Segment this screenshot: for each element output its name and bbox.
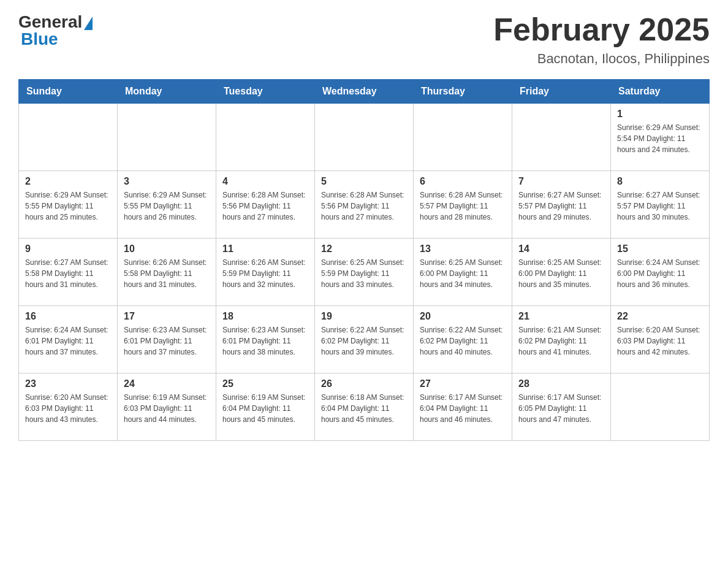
weekday-row: SundayMondayTuesdayWednesdayThursdayFrid… bbox=[19, 80, 710, 104]
calendar-cell: 11Sunrise: 6:26 AM Sunset: 5:59 PM Dayli… bbox=[216, 239, 315, 306]
day-number: 20 bbox=[420, 311, 506, 322]
calendar-cell bbox=[414, 104, 512, 171]
week-row-3: 9Sunrise: 6:27 AM Sunset: 5:58 PM Daylig… bbox=[19, 239, 710, 306]
calendar-cell: 6Sunrise: 6:28 AM Sunset: 5:57 PM Daylig… bbox=[414, 171, 512, 239]
day-info: Sunrise: 6:25 AM Sunset: 6:00 PM Dayligh… bbox=[518, 257, 604, 290]
day-number: 22 bbox=[617, 311, 703, 322]
day-info: Sunrise: 6:27 AM Sunset: 5:57 PM Dayligh… bbox=[617, 190, 703, 223]
day-number: 12 bbox=[321, 243, 407, 255]
calendar-cell: 25Sunrise: 6:19 AM Sunset: 6:04 PM Dayli… bbox=[216, 373, 315, 441]
day-number: 2 bbox=[25, 176, 111, 187]
weekday-header-saturday: Saturday bbox=[611, 80, 710, 104]
weekday-header-monday: Monday bbox=[118, 80, 216, 104]
calendar-cell: 19Sunrise: 6:22 AM Sunset: 6:02 PM Dayli… bbox=[315, 306, 414, 373]
calendar-cell bbox=[611, 373, 710, 441]
calendar-body: 1Sunrise: 6:29 AM Sunset: 5:54 PM Daylig… bbox=[19, 104, 710, 441]
calendar-cell: 12Sunrise: 6:25 AM Sunset: 5:59 PM Dayli… bbox=[315, 239, 414, 306]
calendar-cell bbox=[315, 104, 414, 171]
day-number: 24 bbox=[124, 378, 210, 389]
day-number: 4 bbox=[222, 176, 308, 187]
day-info: Sunrise: 6:17 AM Sunset: 6:05 PM Dayligh… bbox=[518, 392, 604, 425]
weekday-header-thursday: Thursday bbox=[414, 80, 512, 104]
calendar-subtitle: Bacnotan, Ilocos, Philippines bbox=[493, 51, 710, 67]
logo-blue-text: Blue bbox=[18, 29, 58, 49]
day-info: Sunrise: 6:17 AM Sunset: 6:04 PM Dayligh… bbox=[420, 392, 506, 425]
day-info: Sunrise: 6:24 AM Sunset: 6:01 PM Dayligh… bbox=[25, 324, 111, 358]
day-info: Sunrise: 6:20 AM Sunset: 6:03 PM Dayligh… bbox=[25, 392, 111, 425]
day-number: 17 bbox=[124, 311, 210, 322]
day-number: 16 bbox=[25, 311, 111, 322]
header-right: February 2025 Bacnotan, Ilocos, Philippi… bbox=[493, 12, 710, 67]
calendar-cell: 9Sunrise: 6:27 AM Sunset: 5:58 PM Daylig… bbox=[19, 239, 118, 306]
day-info: Sunrise: 6:25 AM Sunset: 5:59 PM Dayligh… bbox=[321, 257, 407, 290]
calendar-cell: 4Sunrise: 6:28 AM Sunset: 5:56 PM Daylig… bbox=[216, 171, 315, 239]
day-info: Sunrise: 6:26 AM Sunset: 5:59 PM Dayligh… bbox=[222, 257, 308, 290]
calendar-cell: 15Sunrise: 6:24 AM Sunset: 6:00 PM Dayli… bbox=[611, 239, 710, 306]
calendar-cell: 5Sunrise: 6:28 AM Sunset: 5:56 PM Daylig… bbox=[315, 171, 414, 239]
calendar-cell bbox=[118, 104, 216, 171]
day-number: 25 bbox=[222, 378, 308, 389]
calendar-cell: 22Sunrise: 6:20 AM Sunset: 6:03 PM Dayli… bbox=[611, 306, 710, 373]
day-number: 15 bbox=[617, 243, 703, 255]
day-number: 11 bbox=[222, 243, 308, 255]
day-number: 1 bbox=[617, 109, 703, 120]
day-number: 10 bbox=[124, 243, 210, 255]
calendar-cell: 28Sunrise: 6:17 AM Sunset: 6:05 PM Dayli… bbox=[512, 373, 611, 441]
day-number: 18 bbox=[222, 311, 308, 322]
calendar-cell: 7Sunrise: 6:27 AM Sunset: 5:57 PM Daylig… bbox=[512, 171, 611, 239]
day-number: 7 bbox=[518, 176, 604, 187]
calendar-cell: 3Sunrise: 6:29 AM Sunset: 5:55 PM Daylig… bbox=[118, 171, 216, 239]
calendar-cell: 16Sunrise: 6:24 AM Sunset: 6:01 PM Dayli… bbox=[19, 306, 118, 373]
calendar-title: February 2025 bbox=[493, 12, 710, 47]
calendar-cell: 10Sunrise: 6:26 AM Sunset: 5:58 PM Dayli… bbox=[118, 239, 216, 306]
weekday-header-tuesday: Tuesday bbox=[216, 80, 315, 104]
calendar-header: SundayMondayTuesdayWednesdayThursdayFrid… bbox=[19, 80, 710, 104]
day-number: 27 bbox=[420, 378, 506, 389]
calendar-cell: 27Sunrise: 6:17 AM Sunset: 6:04 PM Dayli… bbox=[414, 373, 512, 441]
day-info: Sunrise: 6:18 AM Sunset: 6:04 PM Dayligh… bbox=[321, 392, 407, 425]
calendar-cell: 8Sunrise: 6:27 AM Sunset: 5:57 PM Daylig… bbox=[611, 171, 710, 239]
day-info: Sunrise: 6:21 AM Sunset: 6:02 PM Dayligh… bbox=[518, 324, 604, 358]
logo: General Blue bbox=[18, 12, 93, 49]
day-number: 14 bbox=[518, 243, 604, 255]
day-info: Sunrise: 6:19 AM Sunset: 6:04 PM Dayligh… bbox=[222, 392, 308, 425]
day-info: Sunrise: 6:20 AM Sunset: 6:03 PM Dayligh… bbox=[617, 324, 703, 358]
day-info: Sunrise: 6:23 AM Sunset: 6:01 PM Dayligh… bbox=[222, 324, 308, 358]
day-info: Sunrise: 6:29 AM Sunset: 5:55 PM Dayligh… bbox=[124, 190, 210, 223]
day-number: 5 bbox=[321, 176, 407, 187]
calendar-cell: 2Sunrise: 6:29 AM Sunset: 5:55 PM Daylig… bbox=[19, 171, 118, 239]
weekday-header-friday: Friday bbox=[512, 80, 611, 104]
weekday-header-sunday: Sunday bbox=[19, 80, 118, 104]
week-row-2: 2Sunrise: 6:29 AM Sunset: 5:55 PM Daylig… bbox=[19, 171, 710, 239]
calendar-cell: 26Sunrise: 6:18 AM Sunset: 6:04 PM Dayli… bbox=[315, 373, 414, 441]
day-info: Sunrise: 6:24 AM Sunset: 6:00 PM Dayligh… bbox=[617, 257, 703, 290]
day-number: 13 bbox=[420, 243, 506, 255]
day-number: 8 bbox=[617, 176, 703, 187]
week-row-4: 16Sunrise: 6:24 AM Sunset: 6:01 PM Dayli… bbox=[19, 306, 710, 373]
calendar-cell: 21Sunrise: 6:21 AM Sunset: 6:02 PM Dayli… bbox=[512, 306, 611, 373]
week-row-5: 23Sunrise: 6:20 AM Sunset: 6:03 PM Dayli… bbox=[19, 373, 710, 441]
calendar-cell: 17Sunrise: 6:23 AM Sunset: 6:01 PM Dayli… bbox=[118, 306, 216, 373]
day-info: Sunrise: 6:19 AM Sunset: 6:03 PM Dayligh… bbox=[124, 392, 210, 425]
day-number: 23 bbox=[25, 378, 111, 389]
day-number: 19 bbox=[321, 311, 407, 322]
day-info: Sunrise: 6:28 AM Sunset: 5:56 PM Dayligh… bbox=[222, 190, 308, 223]
day-info: Sunrise: 6:27 AM Sunset: 5:58 PM Dayligh… bbox=[25, 257, 111, 290]
day-number: 6 bbox=[420, 176, 506, 187]
day-number: 3 bbox=[124, 176, 210, 187]
calendar-cell bbox=[19, 104, 118, 171]
day-info: Sunrise: 6:29 AM Sunset: 5:55 PM Dayligh… bbox=[25, 190, 111, 223]
weekday-header-wednesday: Wednesday bbox=[315, 80, 414, 104]
day-info: Sunrise: 6:22 AM Sunset: 6:02 PM Dayligh… bbox=[321, 324, 407, 358]
day-number: 28 bbox=[518, 378, 604, 389]
logo-triangle-icon bbox=[84, 17, 93, 30]
calendar-table: SundayMondayTuesdayWednesdayThursdayFrid… bbox=[18, 79, 710, 441]
day-info: Sunrise: 6:28 AM Sunset: 5:57 PM Dayligh… bbox=[420, 190, 506, 223]
day-info: Sunrise: 6:28 AM Sunset: 5:56 PM Dayligh… bbox=[321, 190, 407, 223]
day-info: Sunrise: 6:25 AM Sunset: 6:00 PM Dayligh… bbox=[420, 257, 506, 290]
week-row-1: 1Sunrise: 6:29 AM Sunset: 5:54 PM Daylig… bbox=[19, 104, 710, 171]
calendar-cell: 20Sunrise: 6:22 AM Sunset: 6:02 PM Dayli… bbox=[414, 306, 512, 373]
day-number: 21 bbox=[518, 311, 604, 322]
calendar-cell: 13Sunrise: 6:25 AM Sunset: 6:00 PM Dayli… bbox=[414, 239, 512, 306]
day-info: Sunrise: 6:29 AM Sunset: 5:54 PM Dayligh… bbox=[617, 122, 703, 155]
